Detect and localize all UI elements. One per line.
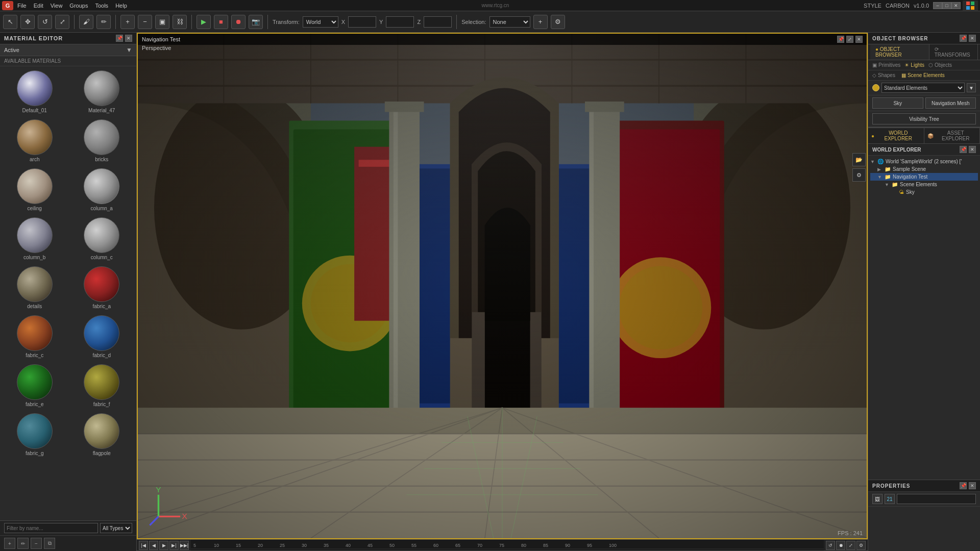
tab-primitives[interactable]: ▣ Primitives: [872, 62, 900, 68]
mat-copy-button[interactable]: ⧉: [44, 538, 55, 549]
stop-button[interactable]: ■: [214, 15, 228, 29]
viewport-close-button[interactable]: ✕: [855, 36, 863, 43]
ob-filter-options-button[interactable]: ▼: [967, 83, 976, 92]
material-item-Material_47[interactable]: Material_47: [69, 68, 135, 115]
panel-close-button[interactable]: ✕: [125, 35, 132, 42]
timeline-next-button[interactable]: ▶|: [169, 541, 179, 550]
menu-file[interactable]: File: [17, 3, 27, 9]
paint-tool-button[interactable]: 🖌: [79, 15, 93, 29]
visibility-tree-button[interactable]: Visibility Tree: [872, 113, 976, 124]
group-tool-button[interactable]: ▣: [155, 15, 169, 29]
timeline-loop-button[interactable]: ↺: [826, 541, 835, 550]
viewport-expand-button[interactable]: ⤢: [846, 36, 853, 43]
timeline-end-button[interactable]: ▶▶|: [180, 541, 189, 550]
tab-objects[interactable]: ⬡ Objects: [928, 62, 952, 68]
menu-view[interactable]: View: [51, 3, 63, 9]
mat-edit-button[interactable]: ✏: [17, 538, 29, 549]
rotate-tool-button[interactable]: ↺: [38, 15, 52, 29]
tab-shapes[interactable]: ◇ Shapes: [872, 72, 895, 78]
menu-tools[interactable]: Tools: [95, 3, 108, 9]
material-item-fabric_f[interactable]: fabric_f: [69, 362, 135, 409]
scale-tool-button[interactable]: ⤢: [55, 15, 69, 29]
material-item-column_b[interactable]: column_b: [2, 215, 67, 262]
material-item-column_a[interactable]: column_a: [69, 166, 135, 213]
maximize-button[interactable]: □: [942, 2, 951, 9]
viewport-container[interactable]: Navigation Test 📌 ⤢ ✕ Perspective: [137, 33, 868, 539]
play-button[interactable]: ▶: [197, 15, 211, 29]
link-tool-button[interactable]: ⛓: [173, 15, 187, 29]
prop-search-input[interactable]: [897, 494, 976, 504]
dropdown-arrow-icon[interactable]: ▼: [126, 46, 132, 54]
add-tool-button[interactable]: +: [120, 15, 135, 29]
we-node-3[interactable]: ▼ 📁 Scene Elements: [870, 181, 978, 188]
we-pin-button[interactable]: 📌: [960, 146, 967, 153]
select-tool-button[interactable]: ↖: [3, 15, 17, 29]
timeline-start-button[interactable]: |◀: [139, 541, 148, 550]
pin-button[interactable]: 📌: [116, 35, 123, 42]
material-item-bricks[interactable]: bricks: [69, 117, 135, 164]
material-item-fabric_e[interactable]: fabric_e: [2, 362, 67, 409]
filter-type-select[interactable]: All Types: [100, 523, 132, 533]
material-item-column_c[interactable]: column_c: [69, 215, 135, 262]
filter-input[interactable]: [4, 523, 98, 533]
material-item-Default_01[interactable]: Default_01: [2, 68, 67, 115]
ob-pin-button[interactable]: 📌: [960, 35, 967, 42]
material-item-fabric_c[interactable]: fabric_c: [2, 313, 67, 360]
we-node-0[interactable]: ▼ 🌐 World 'SampleWorld' (2 scenes) [': [870, 158, 978, 165]
z-input[interactable]: [424, 16, 452, 28]
delete-tool-button[interactable]: −: [138, 15, 152, 29]
timeline-ruler[interactable]: 5 10 15 20 25 30 35 40 45 50 55 60 65 70…: [191, 540, 824, 550]
navigation-mesh-button[interactable]: Navigation Mesh: [925, 97, 976, 109]
transform-select[interactable]: World: [303, 16, 338, 28]
close-button[interactable]: ✕: [951, 2, 961, 9]
prop-num-button[interactable]: 21: [885, 494, 895, 504]
minimize-button[interactable]: –: [933, 2, 942, 9]
selection-select[interactable]: None: [489, 16, 530, 28]
material-item-flagpole[interactable]: flagpole: [69, 411, 135, 458]
mat-add-button[interactable]: +: [4, 538, 15, 549]
camera-button[interactable]: 📷: [249, 15, 263, 29]
tab-object-browser[interactable]: ● OBJECT BROWSER: [870, 44, 929, 60]
timeline-record-button[interactable]: ⏺: [836, 541, 845, 550]
tab-transforms[interactable]: ⟳ TRANSFORMS: [929, 44, 978, 60]
material-item-fabric_a[interactable]: fabric_a: [69, 264, 135, 311]
material-item-fabric_d[interactable]: fabric_d: [69, 313, 135, 360]
ob-close-button[interactable]: ✕: [969, 35, 976, 42]
move-tool-button[interactable]: ✥: [20, 15, 35, 29]
menu-help[interactable]: Help: [115, 3, 127, 9]
x-input[interactable]: [348, 16, 376, 28]
we-node-2[interactable]: ▼ 📁 Navigation Test: [870, 173, 978, 181]
we-node-4[interactable]: 🌤 Sky: [870, 188, 978, 196]
menu-groups[interactable]: Groups: [69, 3, 88, 9]
we-close-button[interactable]: ✕: [969, 146, 976, 153]
material-item-arch[interactable]: arch: [2, 117, 67, 164]
timeline-expand-button[interactable]: ⤢: [846, 541, 855, 550]
ob-filter-select[interactable]: Standard Elements: [881, 83, 965, 93]
y-input[interactable]: [386, 16, 414, 28]
object-browser-header: OBJECT BROWSER 📌 ✕: [868, 33, 980, 44]
mat-delete-button[interactable]: −: [31, 538, 42, 549]
prop-close-button[interactable]: ✕: [969, 482, 976, 489]
tab-scene-elements[interactable]: ▦ Scene Elements: [901, 72, 945, 78]
we-node-1[interactable]: ▶ 📁 Sample Scene: [870, 165, 978, 173]
tab-world-explorer[interactable]: ● WORLD EXPLORER: [868, 128, 924, 143]
timeline-prev-button[interactable]: ◀: [149, 541, 158, 550]
browser-icon-button[interactable]: 📂: [852, 153, 866, 166]
menu-edit[interactable]: Edit: [34, 3, 43, 9]
tab-asset-explorer[interactable]: 📦 ASSET EXPLORER: [924, 128, 981, 143]
viewport-pin-button[interactable]: 📌: [837, 36, 844, 43]
record-button[interactable]: ⏺: [231, 15, 246, 29]
timeline-settings-button[interactable]: ⚙: [856, 541, 866, 550]
tab-lights[interactable]: ☀ Lights: [904, 62, 924, 68]
eraser-tool-button[interactable]: ✏: [96, 15, 111, 29]
material-item-ceiling[interactable]: ceiling: [2, 166, 67, 213]
material-item-fabric_g[interactable]: fabric_g: [2, 411, 67, 458]
material-item-details[interactable]: details: [2, 264, 67, 311]
prop-pin-button[interactable]: 📌: [960, 482, 967, 489]
settings-icon-button[interactable]: ⚙: [852, 168, 866, 182]
timeline-play-button[interactable]: ▶: [159, 541, 168, 550]
selection-config-button[interactable]: ⚙: [551, 15, 565, 29]
prop-icon-button[interactable]: 🖼: [872, 494, 883, 504]
selection-add-button[interactable]: +: [533, 15, 548, 29]
sky-button[interactable]: Sky: [872, 97, 923, 109]
